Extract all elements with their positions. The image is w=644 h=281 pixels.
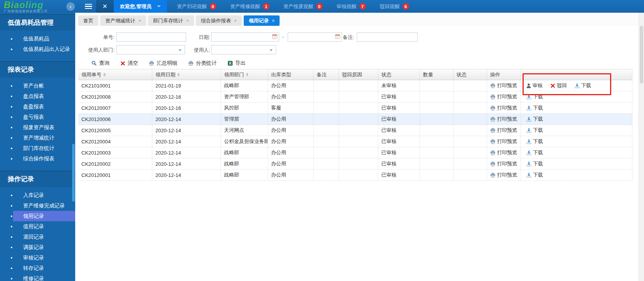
tab-3[interactable]: 综合操作报表× [196,15,242,26]
tab-4[interactable]: 领用记录× [244,15,280,26]
notification-item-0[interactable]: 资产归还提醒0 [177,3,216,10]
download-button[interactable]: 下载 [526,172,543,178]
download-button[interactable]: 下载 [526,93,543,100]
print-button[interactable]: 打印预览 [490,138,517,145]
bullet-icon [11,257,12,259]
category-stats-button[interactable]: 分类统计 [188,60,217,67]
cell-extra: 审核 驳回 下载 [521,80,632,91]
sidebar-item-1-4[interactable]: 报废资产报表 [0,122,75,133]
sidebar-item-2-7[interactable]: 转存记录 [0,263,75,273]
column-header-order-no[interactable]: 领用单号 [78,69,152,80]
column-header-label: 驳回原因 [342,71,362,78]
notification-item-2[interactable]: 资产报废提醒0 [283,3,323,10]
print-button[interactable]: 打印预览 [490,160,517,167]
sidebar-collapse-button[interactable]: ‹ [66,2,75,11]
table-row-8[interactable]: CK201200012020-12-14战略部办公用已审核 打印预览 下载 [78,170,632,181]
chevron-left-icon: ‹ [70,3,72,10]
notification-item-1[interactable]: 资产维修提醒1 [230,3,270,10]
sidebar-item-1-0[interactable]: 资产台帐 [0,81,75,91]
sidebar-item-label: 低值易耗品出入记录 [23,46,70,53]
menu-toggle-button[interactable] [85,3,92,10]
summary-detail-button[interactable]: 汇总明细 [149,60,177,67]
date-from-input[interactable] [212,33,272,41]
tab-close-icon[interactable]: × [138,19,141,23]
print-button[interactable]: 打印预览 [490,172,517,178]
scrollbar-thumb[interactable] [640,26,643,84]
audit-button[interactable]: 审核 [526,82,543,89]
tab-close-icon[interactable]: × [186,19,189,23]
cell-order-no: CK20120001 [78,170,152,180]
print-button[interactable]: 打印预览 [490,116,517,123]
download-button[interactable]: 下载 [526,138,543,145]
close-all-tabs-button[interactable]: ✕ [96,0,114,13]
download-button[interactable]: 下载 [526,116,543,123]
download-button[interactable]: 下载 [526,104,543,111]
print-button[interactable]: 打印预览 [490,104,517,111]
table-row-6[interactable]: CK201200032020-12-14战略部办公用已审核 打印预览 下载 [78,147,632,158]
sidebar-item-label: 调拨记录 [23,244,44,251]
tab-2[interactable]: 部门库存统计× [148,15,194,26]
download-button[interactable]: 下载 [526,160,543,167]
sidebar-item-2-6[interactable]: 审核记录 [0,252,75,263]
column-header-dept[interactable]: 领用部门 [221,69,268,80]
sidebar-item-1-5[interactable]: 资产增减统计 [0,133,75,143]
table-row-0[interactable]: CK210100012021-01-19战略部办公用未审核 打印预览 审核 驳回… [78,80,632,91]
sidebar-item-2-0[interactable]: 入库记录 [0,190,75,200]
download-button[interactable]: 下载 [526,149,543,156]
note-label: 备注: [327,34,354,41]
column-header-date[interactable]: 领用日期 [152,69,221,80]
order-no-input[interactable] [116,32,186,42]
reject-button[interactable]: 驳回 [550,82,567,89]
dept-select[interactable] [116,45,185,54]
tab-close-icon[interactable]: × [272,19,275,23]
sidebar-item-1-7[interactable]: 综合操作报表 [0,153,75,164]
clear-button[interactable]: 清空 [120,60,138,67]
sidebar-scrollbar[interactable] [72,144,75,202]
sidebar-item-1-3[interactable]: 盘亏报表 [0,112,75,122]
notification-item-3[interactable]: 审核提醒7 [337,3,366,10]
print-button[interactable]: 打印预览 [490,149,517,156]
user-menu[interactable]: 欢迎您,管理员 [114,0,167,13]
tab-0[interactable]: 首页 [78,15,98,26]
cell-ops: 打印预览 [487,147,521,158]
cell-note [314,125,339,136]
notification-item-4[interactable]: 驳回提醒6 [380,3,409,10]
sidebar-item-1-2[interactable]: 盘盈报表 [0,101,75,112]
tab-1[interactable]: 资产增减统计× [100,15,146,26]
print-button[interactable]: 打印预览 [490,82,517,89]
cell-ops: 打印预览 [487,80,521,91]
download-button[interactable]: 下载 [526,127,543,134]
query-button[interactable]: 查询 [91,60,110,67]
sidebar-item-0-1[interactable]: 低值易耗品出入记录 [0,44,75,54]
user-select[interactable] [211,45,276,54]
sidebar-item-2-4[interactable]: 退回记录 [0,232,75,242]
table-row-7[interactable]: CK201200022020-12-14战略部办公用已审核 打印预览 下载 [78,158,632,170]
sidebar-item-2-1[interactable]: 资产维修完成记录 [0,200,75,211]
sidebar-item-2-3[interactable]: 借用记录 [0,221,75,232]
sidebar-item-1-1[interactable]: 盘点报表 [0,91,75,101]
table-row-1[interactable]: CK201200082020-12-16资产管理部办公用已审核 打印预览 下载 [78,91,632,103]
note-input[interactable] [357,32,418,42]
sidebar-item-0-0[interactable]: 低值易耗品 [0,34,75,44]
sidebar-section-items-1: 资产台帐盘点报表盘盈报表盘亏报表报废资产报表资产增减统计部门库存统计综合操作报表 [0,77,75,167]
sidebar-item-label: 领用记录 [23,213,44,220]
tab-close-icon[interactable]: × [234,19,237,23]
download-button[interactable]: 下载 [575,82,591,89]
download-icon [575,83,580,88]
table-row-5[interactable]: CK201200042020-12-14公积金及担保业务部办公用已审核 打印预览… [78,136,632,147]
print-button[interactable]: 打印预览 [490,93,517,100]
table-row-2[interactable]: CK201200072020-12-16风控部客服已审核 打印预览 下载 [78,103,632,114]
cell-ops: 打印预览 [487,125,521,136]
table-row-3[interactable]: CK201200062020-12-14管理层办公用已审核 打印预览 下载 [78,114,632,125]
sidebar-item-2-8[interactable]: 维修记录 [0,273,75,281]
export-button[interactable]: 导出 [228,60,246,67]
table-row-4[interactable]: CK201200052020-12-14天河网点办公用已审核 打印预览 下载 [78,125,632,136]
sidebar-item-2-5[interactable]: 调拨记录 [0,242,75,252]
print-button[interactable]: 打印预览 [490,127,517,134]
bullet-icon [11,116,12,118]
sidebar-item-2-2[interactable]: 领用记录 [0,211,75,221]
vertical-scrollbar[interactable] [639,13,644,281]
cell-reject-reason [339,91,378,102]
calendar-button[interactable] [272,34,279,40]
sidebar-item-1-6[interactable]: 部门库存统计 [0,143,75,153]
